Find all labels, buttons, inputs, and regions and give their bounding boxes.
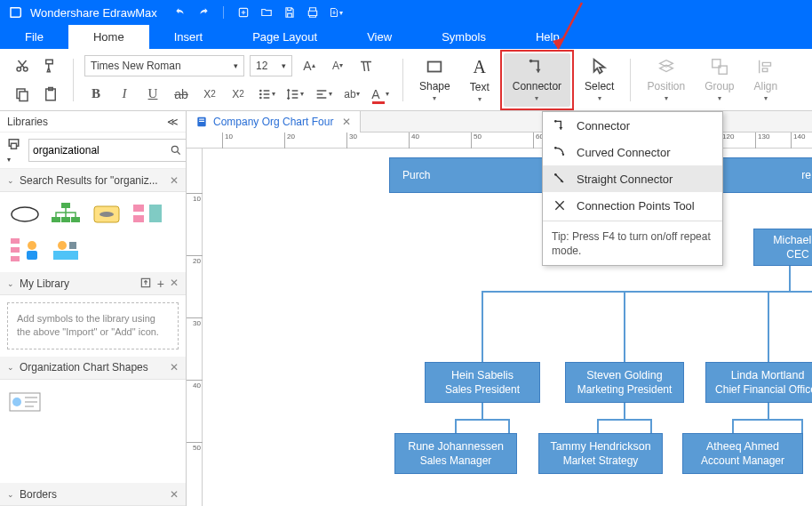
increase-font-icon[interactable]: A▴ (298, 54, 321, 77)
group-button[interactable]: Group▾ (696, 53, 743, 107)
font-color-icon[interactable]: A▾ (369, 83, 392, 106)
connection-points-icon (552, 197, 568, 213)
decrease-font-icon[interactable]: A▾ (326, 54, 349, 77)
org-box-row2-2[interactable]: Linda Mortland Chief Financial Officer (705, 362, 812, 403)
search-results-shapes (0, 192, 186, 272)
tab-page-layout[interactable]: Page Layout (227, 25, 342, 49)
shape-desk-person[interactable] (48, 235, 84, 265)
new-file-icon[interactable] (236, 5, 251, 20)
format-painter-icon[interactable] (39, 54, 62, 77)
org-connector-line (482, 291, 483, 362)
quick-access-toolbar: ▾ (173, 5, 343, 20)
dropdown-item-points[interactable]: Connection Points Tool (543, 192, 722, 219)
undo-icon[interactable] (173, 5, 187, 20)
tab-insert[interactable]: Insert (149, 25, 228, 49)
dropdown-item-connector[interactable]: Connector (543, 112, 722, 139)
collapse-panel-icon[interactable]: ≪ (167, 116, 179, 128)
font-name-select[interactable]: Times New Roman▾ (84, 55, 244, 76)
borders-label: Borders (20, 488, 57, 501)
svg-point-16 (171, 146, 178, 152)
connector-highlight-box: Connector▾ (500, 50, 574, 110)
shape-scanner[interactable] (89, 199, 124, 229)
underline-icon[interactable]: U (141, 83, 164, 106)
org-name: Tammy Hendrickson (550, 440, 650, 453)
ribbon: Times New Roman▾ 12▾ A▴ A▾ B I U ab X2 X… (0, 49, 812, 111)
my-library-section[interactable]: ⌄ My Library + ✕ (0, 272, 186, 295)
align-button[interactable]: Align▾ (745, 53, 787, 107)
position-button[interactable]: Position▾ (638, 53, 694, 107)
import-icon[interactable] (139, 277, 152, 291)
org-name: Michael D (773, 234, 812, 246)
tab-view[interactable]: View (342, 25, 417, 49)
bold-icon[interactable]: B (84, 83, 107, 106)
svg-point-8 (259, 92, 262, 95)
org-box-row2-0[interactable]: Hein Sabelis Sales President (425, 362, 540, 403)
app-logo-icon (9, 5, 23, 20)
shape-boxes-pink[interactable] (130, 199, 165, 229)
close-icon[interactable]: ✕ (170, 488, 179, 501)
copy-icon[interactable] (11, 83, 34, 106)
paste-icon[interactable] (39, 83, 62, 106)
shape-org-tree[interactable] (48, 199, 84, 229)
shape-button[interactable]: Shape▾ (410, 53, 459, 107)
subscript-icon[interactable]: X2 (227, 83, 250, 106)
align-text-icon[interactable]: ▾ (312, 83, 335, 106)
line-spacing-icon[interactable]: ▾ (283, 83, 306, 106)
dropdown-item-straight[interactable]: Straight Connector (543, 165, 722, 192)
borders-section[interactable]: ⌄ Borders ✕ (0, 483, 186, 506)
ruler-tick: 30 (346, 133, 357, 149)
ruler-tick: 20 (187, 255, 203, 265)
org-ceo-box[interactable]: Michael D CEC (753, 229, 812, 266)
svg-rect-29 (11, 256, 20, 261)
text-button[interactable]: A Text▾ (461, 53, 498, 107)
search-results-section[interactable]: ⌄ Search Results for "organiz... ✕ (0, 169, 186, 192)
tab-help[interactable]: Help (511, 25, 585, 49)
connector-button[interactable]: Connector▾ (504, 53, 570, 107)
org-connector-line (801, 419, 803, 433)
shape-person-chart[interactable] (7, 235, 43, 265)
org-box-row3-1[interactable]: Tammy Hendrickson Market Strategy (538, 433, 663, 474)
close-icon[interactable]: ✕ (170, 277, 179, 291)
save-file-icon[interactable] (283, 5, 297, 20)
close-icon[interactable]: ✕ (170, 361, 179, 373)
export-icon[interactable]: ▾ (329, 5, 343, 20)
open-file-icon[interactable] (259, 5, 274, 20)
ruler-tick: 20 (284, 133, 295, 149)
bullet-list-icon[interactable]: ▾ (255, 83, 278, 106)
superscript-icon[interactable]: X2 (198, 83, 221, 106)
org-connector-line (732, 419, 803, 421)
library-search-box (28, 139, 192, 162)
clear-format-icon[interactable] (354, 54, 378, 77)
libraries-header: Libraries ≪ (0, 111, 186, 133)
redo-icon[interactable] (196, 5, 211, 20)
library-filter-icon[interactable]: ▾ (7, 136, 23, 165)
dropdown-item-curved[interactable]: Curved Connector (543, 139, 722, 165)
org-connector-line (624, 291, 625, 362)
close-tab-icon[interactable]: ✕ (342, 116, 351, 128)
shape-card[interactable] (7, 387, 43, 417)
tab-home[interactable]: Home (68, 25, 149, 49)
font-size-select[interactable]: 12▾ (250, 55, 292, 76)
close-icon[interactable]: ✕ (170, 174, 179, 187)
italic-icon[interactable]: I (113, 83, 136, 106)
org-box-row3-0[interactable]: Rune Johannessen Sales Manager (394, 433, 517, 474)
cut-icon[interactable] (11, 54, 34, 77)
strikethrough-icon[interactable]: ab (170, 83, 193, 106)
org-connector-line (597, 419, 599, 433)
document-tab[interactable]: Company Org Chart Four ✕ (187, 111, 361, 133)
svg-rect-21 (71, 217, 80, 222)
org-shapes-section[interactable]: ⌄ Organization Chart Shapes ✕ (0, 357, 186, 380)
svg-rect-39 (199, 118, 204, 119)
org-box-row3-2[interactable]: Atheeq Ahmed Account Manager (682, 433, 803, 474)
org-box-row2-1[interactable]: Steven Golding Marketing President (565, 362, 684, 403)
tab-file[interactable]: File (0, 25, 68, 49)
org-connector-line (768, 291, 769, 362)
shape-ellipse[interactable] (7, 199, 43, 229)
select-button[interactable]: Select▾ (576, 53, 623, 107)
tab-symbols[interactable]: Symbols (417, 25, 511, 49)
print-icon[interactable] (306, 5, 320, 20)
highlight-icon[interactable]: ab▾ (340, 83, 363, 106)
svg-point-9 (259, 96, 262, 99)
add-icon[interactable]: + (157, 277, 164, 291)
search-input[interactable] (29, 140, 170, 161)
